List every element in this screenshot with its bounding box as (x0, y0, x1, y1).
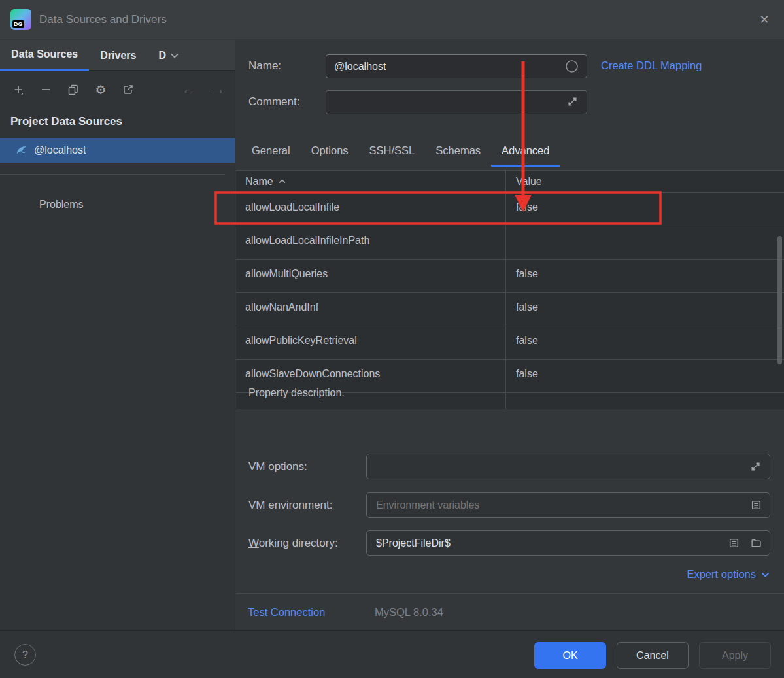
spinner-icon (565, 59, 579, 73)
property-name: allowNanAndInf (236, 293, 505, 326)
folder-icon[interactable] (751, 537, 762, 549)
tab-drivers[interactable]: Drivers (89, 40, 147, 71)
sidebar-tabbar: Data Sources Drivers D (0, 40, 235, 71)
comment-input[interactable] (326, 90, 587, 114)
working-directory-input[interactable] (366, 530, 770, 556)
tab-ddl-mappings-truncated[interactable]: D (147, 40, 190, 71)
help-icon: ? (22, 649, 28, 661)
sidebar: Data Sources Drivers D ⚙ ← → Project Dat… (0, 40, 235, 630)
name-input[interactable] (326, 54, 587, 78)
titlebar: DG Data Sources and Drivers ✕ (0, 0, 784, 39)
tab-advanced-label: Advanced (502, 144, 549, 156)
settings-tabbar: General Options SSH/SSL Schemas Advanced (241, 137, 560, 167)
open-in-new-icon[interactable] (122, 83, 135, 96)
chevron-down-icon (171, 53, 179, 58)
sidebar-toolbar: ⚙ (12, 78, 135, 101)
property-name: allowMultiQueries (236, 260, 505, 292)
tab-data-sources[interactable]: Data Sources (0, 40, 89, 71)
property-value[interactable]: false (505, 293, 538, 326)
datasource-item-label: @localhost (34, 144, 86, 156)
settings-gear-icon[interactable]: ⚙ (94, 83, 107, 96)
remove-datasource-icon[interactable] (39, 83, 52, 96)
mnemonic-letter: W (248, 537, 259, 549)
datagrip-logo-text: DG (12, 20, 24, 28)
window-title: Data Sources and Drivers (39, 0, 167, 39)
tab-data-sources-label: Data Sources (11, 41, 78, 68)
tab-schemas-label: Schemas (435, 144, 481, 156)
mysql-dolphin-icon (16, 144, 27, 156)
tab-general[interactable]: General (241, 137, 301, 167)
ok-button[interactable]: OK (534, 642, 606, 669)
tab-general-label: General (252, 144, 290, 156)
label-rest: orking directory: (259, 537, 338, 549)
column-header-name[interactable]: Name (236, 176, 505, 188)
expert-options-label: Expert options (687, 568, 756, 581)
property-name: allowPublicKeyRetrieval (236, 326, 505, 359)
table-row[interactable]: allowNanAndInf false (236, 293, 784, 326)
history-nav: ← → (182, 78, 225, 101)
datasource-item-localhost[interactable]: @localhost (0, 138, 235, 163)
property-value[interactable]: false (505, 193, 538, 226)
tab-ssh-ssl[interactable]: SSH/SSL (359, 137, 426, 167)
help-button[interactable]: ? (14, 644, 36, 666)
close-icon[interactable]: ✕ (754, 9, 775, 30)
vm-environment-input[interactable] (366, 492, 770, 518)
section-divider (236, 593, 784, 594)
table-row[interactable]: allowPublicKeyRetrieval false (236, 326, 784, 360)
forward-arrow-icon[interactable]: → (211, 82, 225, 97)
tab-options-label: Options (311, 144, 349, 156)
variables-list-icon[interactable] (751, 500, 762, 511)
expand-icon[interactable] (750, 461, 761, 472)
tab-advanced[interactable]: Advanced (491, 137, 560, 167)
working-directory-label: Working directory: (248, 537, 338, 550)
vm-options-input[interactable] (366, 454, 770, 479)
property-value[interactable]: false (505, 360, 538, 392)
macros-list-icon[interactable] (728, 537, 740, 549)
table-row[interactable]: allowLoadLocalInfile false (236, 193, 784, 226)
apply-button-disabled: Apply (699, 642, 771, 669)
tab-drivers-label: Drivers (100, 41, 136, 70)
problems-item[interactable]: Problems (39, 199, 84, 211)
add-datasource-icon[interactable] (12, 83, 25, 96)
property-description: Property description. (248, 387, 345, 399)
tab-options[interactable]: Options (301, 137, 359, 167)
back-arrow-icon[interactable]: ← (182, 82, 196, 97)
vm-options-label: VM options: (248, 460, 307, 473)
tab-schemas[interactable]: Schemas (425, 137, 491, 167)
expand-icon[interactable] (567, 96, 578, 107)
tab-ddl-label: D (158, 41, 166, 70)
tab-ssh-ssl-label: SSH/SSL (369, 144, 415, 156)
dialog-footer: ? OK Cancel Apply (0, 630, 784, 678)
project-data-sources-title: Project Data Sources (10, 115, 122, 128)
column-header-value[interactable]: Value (505, 176, 542, 188)
sidebar-divider (0, 174, 225, 175)
test-connection-link[interactable]: Test Connection (248, 606, 325, 619)
expert-options-link[interactable]: Expert options (687, 568, 770, 581)
duplicate-icon[interactable] (67, 83, 80, 96)
column-divider[interactable] (505, 171, 506, 409)
database-version-text: MySQL 8.0.34 (375, 606, 443, 619)
chevron-down-icon (761, 572, 770, 577)
datagrip-logo-icon: DG (10, 9, 31, 30)
property-value[interactable]: false (505, 326, 538, 359)
data-sources-dialog: { "colors": { "accent_blue": "#3574f0", … (0, 0, 784, 678)
main-panel: Name: Create DDL Mapping Comment: Genera… (236, 40, 784, 630)
vm-environment-label: VM environment: (248, 499, 333, 512)
property-value[interactable]: false (505, 260, 538, 292)
name-header-label: Name (245, 176, 273, 188)
create-ddl-mapping-link[interactable]: Create DDL Mapping (601, 59, 702, 72)
property-name: allowLoadLocalInfile (236, 193, 505, 226)
property-value[interactable] (505, 226, 516, 259)
table-scrollbar[interactable] (777, 236, 782, 364)
table-row[interactable]: allowMultiQueries false (236, 260, 784, 293)
cancel-button[interactable]: Cancel (617, 642, 689, 669)
property-name: allowLoadLocalInfileInPath (236, 226, 505, 259)
table-row[interactable]: allowLoadLocalInfileInPath (236, 226, 784, 260)
advanced-properties-table: Name Value allowLoadLocalInfile false al… (236, 170, 784, 409)
comment-label: Comment: (248, 95, 299, 109)
sort-ascending-icon (279, 179, 286, 184)
name-label: Name: (248, 59, 281, 73)
value-header-label: Value (516, 176, 542, 187)
table-header: Name Value (236, 171, 784, 193)
